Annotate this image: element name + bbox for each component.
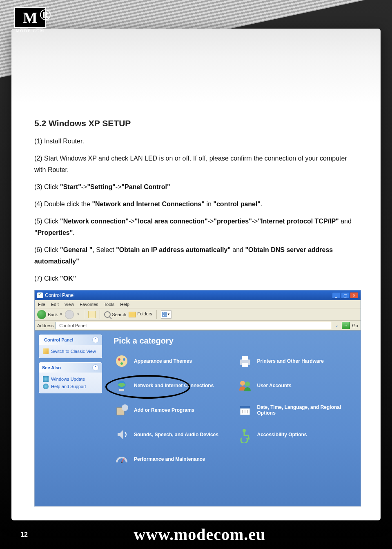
cat-printers[interactable]: Printers and Other Hardware	[237, 353, 354, 369]
menu-view[interactable]: View	[65, 302, 74, 307]
address-field[interactable]: Control Panel	[56, 322, 331, 329]
svg-point-10	[245, 382, 250, 386]
svg-point-12	[122, 404, 128, 411]
views-icon	[162, 312, 167, 317]
cat-appearance[interactable]: Appearance and Themes	[114, 353, 230, 369]
help-support-link[interactable]: Help and Support	[43, 383, 98, 390]
folders-button[interactable]: Folders	[129, 311, 152, 317]
svg-point-0	[116, 355, 127, 367]
step-1: (1) Install Router.	[34, 136, 358, 147]
forward-button[interactable]	[65, 310, 74, 319]
svg-rect-5	[242, 356, 248, 360]
cat-users[interactable]: User Accounts	[237, 377, 354, 394]
window-titlebar: Control Panel _ ▢ ✕	[35, 290, 361, 300]
back-button[interactable]: Back ▼	[37, 310, 62, 319]
panel-title-seealso: See Also	[42, 365, 61, 370]
step-6: (6) Click "General ", Select "Obtain an …	[34, 244, 358, 267]
address-dropdown[interactable]: ⌄	[333, 323, 340, 328]
go-button[interactable]: →	[342, 322, 350, 329]
toolbar: Back ▼ ▼ Search Folders ▼	[35, 308, 361, 321]
windows-update-link[interactable]: Windows Update	[43, 375, 98, 383]
sidebar: Control Panel⌃ Switch to Classic View Se…	[35, 330, 106, 506]
up-button[interactable]	[88, 311, 96, 318]
svg-rect-14	[240, 406, 250, 408]
svg-point-20	[121, 462, 122, 463]
pick-category-heading: Pick a category	[114, 336, 353, 346]
section-heading: 5.2 Windows XP SETUP	[34, 118, 358, 128]
minimize-button[interactable]: _	[332, 292, 340, 299]
go-label: Go	[352, 323, 358, 328]
performance-icon	[114, 451, 130, 467]
svg-point-3	[120, 362, 123, 365]
menu-file[interactable]: File	[38, 302, 45, 307]
cat-network[interactable]: Network and Internet Connections	[114, 377, 230, 394]
window-icon	[37, 292, 43, 298]
help-icon	[43, 384, 49, 389]
screenshot-control-panel: Control Panel _ ▢ ✕ File Edit View Favor…	[34, 290, 361, 507]
step-3: (3) Click "Start"->"Setting"->"Panel Con…	[34, 181, 358, 193]
main-pane: Pick a category Appearance and Themes Pr…	[106, 330, 361, 506]
svg-rect-6	[242, 363, 248, 367]
svg-point-2	[123, 358, 125, 361]
panel-control-panel: Control Panel⌃ Switch to Classic View	[39, 335, 102, 358]
search-button[interactable]: Search	[104, 311, 126, 318]
users-icon	[237, 377, 253, 394]
brand-name: MODE COM	[14, 29, 46, 33]
views-button[interactable]: ▼	[161, 310, 172, 319]
date-icon	[237, 402, 253, 418]
step-7: (7) Click "OK"	[34, 273, 358, 284]
appearance-icon	[114, 353, 130, 369]
window-title: Control Panel	[45, 292, 75, 298]
svg-rect-8	[119, 389, 124, 391]
menu-tools[interactable]: Tools	[104, 302, 115, 307]
address-bar: Address Control Panel ⌄ → Go	[35, 321, 361, 330]
search-icon	[104, 311, 111, 318]
menu-edit[interactable]: Edit	[51, 302, 59, 307]
accessibility-icon	[237, 426, 253, 443]
panel-title: Control Panel	[44, 337, 74, 342]
menu-help[interactable]: Help	[120, 302, 129, 307]
maximize-button[interactable]: ▢	[341, 292, 349, 299]
footer-url: www.modecom.eu	[28, 525, 372, 544]
switch-icon	[43, 348, 49, 354]
back-icon	[37, 310, 46, 319]
step-4: (4) Double click the "Network and Intern…	[34, 199, 358, 210]
brand-logo: M® MODE COM	[14, 7, 46, 33]
add-remove-icon	[114, 402, 130, 418]
page-card: 5.2 Windows XP SETUP (1) Install Router.…	[11, 29, 381, 520]
page-footer: 12 www.modecom.eu	[0, 525, 392, 544]
svg-point-1	[118, 358, 120, 361]
printers-icon	[237, 353, 253, 369]
cat-performance[interactable]: Performance and Maintenance	[114, 451, 230, 467]
address-label: Address	[37, 323, 53, 328]
address-value: Control Panel	[59, 323, 87, 328]
cat-sounds[interactable]: Sounds, Speech, and Audio Devices	[114, 426, 230, 443]
collapse-icon[interactable]: ⌃	[92, 337, 99, 343]
cat-accessibility[interactable]: Accessibility Options	[237, 426, 354, 443]
step-5: (5) Click "Network connection"->"local a…	[34, 216, 358, 239]
folder-icon	[129, 312, 136, 317]
windows-update-icon	[43, 376, 49, 382]
cat-add-remove[interactable]: Add or Remove Programs	[114, 402, 230, 418]
panel-see-also: See Also⌃ Windows Update Help and Suppor…	[39, 362, 102, 393]
network-icon	[114, 377, 130, 394]
switch-classic-link[interactable]: Switch to Classic View	[43, 348, 98, 355]
step-2: (2) Start Windows XP and check LAN LED i…	[34, 153, 358, 176]
sounds-icon	[114, 426, 130, 443]
svg-point-18	[243, 429, 246, 432]
svg-point-9	[240, 381, 245, 386]
page-number: 12	[20, 531, 28, 538]
menu-bar: File Edit View Favorites Tools Help	[35, 300, 361, 308]
collapse-icon[interactable]: ⌃	[92, 364, 99, 371]
cat-date[interactable]: Date, Time, Language, and Regional Optio…	[237, 402, 354, 418]
menu-favorites[interactable]: Favorites	[80, 302, 98, 307]
close-button[interactable]: ✕	[350, 292, 358, 299]
